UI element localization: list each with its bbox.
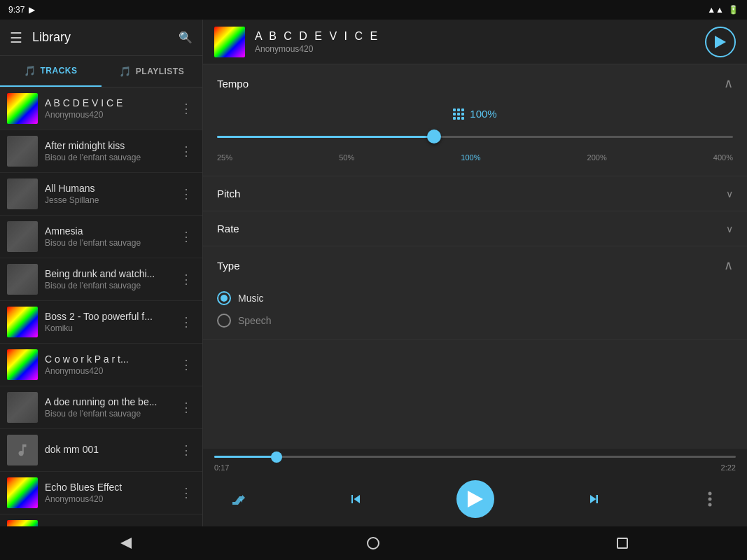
track-name: After midnight kiss (45, 140, 170, 151)
back-button[interactable] (108, 526, 141, 560)
np-play-button[interactable] (705, 27, 736, 57)
track-more-button[interactable]: ⋮ (177, 141, 195, 162)
track-list: A B C D E V I C E Anonymous420 ⋮ After m… (0, 88, 202, 526)
track-artist: Bisou de l'enfant sauvage (45, 281, 170, 290)
track-artist: Komiku (45, 323, 170, 333)
track-more-button[interactable]: ⋮ (177, 269, 195, 290)
tabs: 🎵 TRACKS 🎵 PLAYLISTS (0, 56, 202, 88)
home-button[interactable] (356, 526, 390, 560)
now-playing-header: A B C D E V I C E Anonymous420 (203, 20, 747, 64)
tempo-slider-track (217, 136, 733, 138)
track-more-button[interactable]: ⋮ (177, 482, 195, 503)
playback-bar: 0:17 2:22 (203, 449, 747, 526)
track-thumb (7, 520, 38, 526)
tempo-slider[interactable] (217, 130, 733, 144)
type-option-speech[interactable]: Speech (217, 314, 733, 328)
track-item[interactable]: A B C D E V I C E Anonymous420 ⋮ (0, 88, 202, 130)
type-option-music[interactable]: Music (217, 291, 733, 305)
search-icon[interactable]: 🔍 (179, 31, 193, 44)
current-time: 0:17 (214, 463, 229, 472)
type-header[interactable]: Type ∧ (203, 246, 747, 284)
track-thumb (7, 477, 38, 508)
tab-playlists[interactable]: 🎵 PLAYLISTS (102, 56, 203, 87)
tempo-arrow: ∧ (724, 76, 733, 91)
track-artist: Anonymous420 (45, 110, 170, 120)
track-thumb (7, 178, 38, 209)
prev-button[interactable] (341, 484, 370, 514)
track-item[interactable]: After midnight kiss Bisou de l'enfant sa… (0, 130, 202, 173)
track-item[interactable]: All Humans Jesse Spillane ⋮ (0, 173, 202, 216)
rate-arrow: ∨ (726, 223, 733, 234)
track-name: All Humans (45, 183, 170, 194)
play-button[interactable] (456, 480, 494, 518)
tab-tracks[interactable]: 🎵 TRACKS (0, 56, 102, 87)
track-item[interactable]: dok mm 001 ⋮ (0, 429, 202, 472)
more-button[interactable] (695, 484, 725, 514)
svg-point-6 (368, 538, 379, 549)
type-title: Type (217, 260, 240, 272)
track-more-button[interactable]: ⋮ (177, 312, 195, 332)
next-button[interactable] (580, 484, 609, 514)
track-thumb (7, 93, 38, 124)
type-section: Type ∧ Music Speech (203, 246, 747, 340)
track-item[interactable]: Ending ⋮ (0, 514, 202, 526)
track-more-button[interactable]: ⋮ (177, 525, 195, 526)
track-info: Boss 2 - Too powerful f... Komiku (45, 311, 170, 333)
track-info: dok mm 001 (45, 444, 170, 456)
tempo-value-display: 100% (217, 108, 733, 120)
np-title: A B C D E V I C E (255, 30, 695, 43)
wifi-icon: ▲▲ (707, 5, 724, 15)
left-panel: ☰ Library 🔍 🎵 TRACKS 🎵 PLAYLISTS A B C D… (0, 20, 203, 526)
track-info: Being drunk and watchi... Bisou de l'enf… (45, 268, 170, 290)
track-item[interactable]: Boss 2 - Too powerful f... Komiku ⋮ (0, 301, 202, 344)
main-layout: ☰ Library 🔍 🎵 TRACKS 🎵 PLAYLISTS A B C D… (0, 20, 747, 526)
track-more-button[interactable]: ⋮ (177, 354, 195, 375)
track-more-button[interactable]: ⋮ (177, 98, 195, 119)
progress-container (203, 449, 747, 461)
track-artist: Anonymous420 (45, 366, 170, 376)
track-artist: Bisou de l'enfant sauvage (45, 238, 170, 248)
svg-point-2 (708, 492, 712, 496)
tempo-slider-thumb[interactable] (427, 130, 441, 144)
menu-icon[interactable]: ☰ (10, 29, 22, 46)
svg-point-4 (708, 503, 712, 507)
tempo-title: Tempo (217, 78, 249, 90)
tempo-label-25: 25% (217, 153, 232, 162)
np-artist: Anonymous420 (255, 44, 695, 54)
bottom-nav (0, 526, 747, 560)
tempo-content: 100% 25% 50% 100% 200% 400% (203, 102, 747, 176)
playlists-tab-label: PLAYLISTS (136, 66, 184, 76)
track-item[interactable]: A doe running on the be... Bisou de l'en… (0, 386, 202, 429)
track-more-button[interactable]: ⋮ (177, 183, 195, 204)
track-name: A B C D E V I C E (45, 97, 170, 108)
track-info: Amnesia Bisou de l'enfant sauvage (45, 225, 170, 248)
toolbar: ☰ Library 🔍 (0, 20, 202, 56)
track-more-button[interactable]: ⋮ (177, 440, 195, 461)
rate-section: Rate ∨ (203, 211, 747, 246)
track-name: dok mm 001 (45, 444, 170, 455)
track-more-button[interactable]: ⋮ (177, 226, 195, 247)
rate-header[interactable]: Rate ∨ (203, 211, 747, 246)
recents-button[interactable] (606, 526, 639, 560)
tempo-label-200: 200% (587, 153, 607, 162)
svg-point-3 (708, 498, 712, 501)
progress-thumb[interactable] (271, 451, 282, 463)
track-item[interactable]: Amnesia Bisou de l'enfant sauvage ⋮ (0, 216, 202, 258)
pitch-header[interactable]: Pitch ∨ (203, 176, 747, 211)
tempo-header[interactable]: Tempo ∧ (203, 64, 747, 102)
track-item[interactable]: C o w o r k P a r t... Anonymous420 ⋮ (0, 344, 202, 386)
tempo-label-400: 400% (713, 153, 733, 162)
track-more-button[interactable]: ⋮ (177, 397, 195, 418)
radio-speech (217, 314, 231, 328)
type-arrow: ∧ (724, 258, 733, 273)
track-item[interactable]: Being drunk and watchi... Bisou de l'enf… (0, 258, 202, 301)
track-name: Amnesia (45, 225, 170, 237)
progress-track[interactable] (214, 456, 736, 458)
time-display: 9:37 (8, 5, 25, 15)
tempo-labels: 25% 50% 100% 200% 400% (217, 153, 733, 162)
track-item[interactable]: Echo Blues Effect Anonymous420 ⋮ (0, 472, 202, 514)
shuffle-button[interactable] (225, 484, 255, 514)
track-info: Echo Blues Effect Anonymous420 (45, 482, 170, 504)
tempo-section: Tempo ∧ 100% (203, 64, 747, 176)
tempo-grid-icon (453, 108, 464, 120)
